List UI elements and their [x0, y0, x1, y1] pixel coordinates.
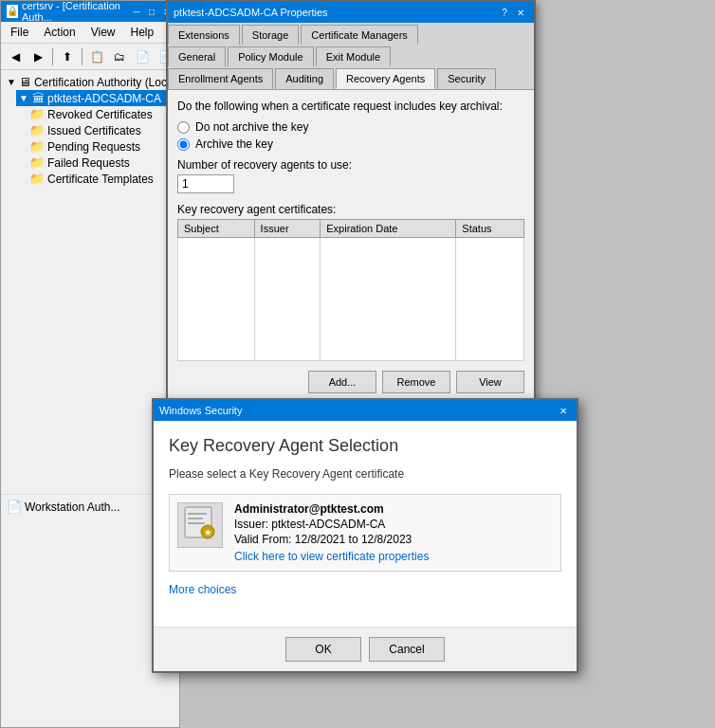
revoked-folder-icon: 📁 — [29, 107, 45, 121]
security-dialog: Windows Security ✕ Key Recovery Agent Se… — [152, 398, 578, 673]
number-input-row: Number of recovery agents to use: — [177, 158, 524, 193]
tab-general[interactable]: General — [168, 46, 226, 66]
tree-root[interactable]: ▼ 🖥 Certification Authority (Loca... — [5, 74, 175, 90]
tab-row-3: Enrollment Agents Auditing Recovery Agen… — [168, 66, 534, 89]
valid-from: 12/8/2021 — [295, 533, 345, 546]
view-button[interactable]: View — [456, 371, 524, 393]
cert-valid: Valid From: 12/8/2021 to 12/8/2023 — [234, 533, 553, 546]
tab-extensions[interactable]: Extensions — [168, 25, 240, 45]
tab-auditing[interactable]: Auditing — [275, 68, 334, 89]
sec-footer: OK Cancel — [154, 627, 577, 671]
svg-rect-2 — [188, 518, 203, 519]
table-label: Key recovery agent certificates: — [177, 203, 524, 216]
cert-entry[interactable]: ★ Administrator@ptktest.com Issuer: ptkt… — [169, 494, 561, 572]
cert-table-header-row: Subject Issuer Expiration Date Status — [178, 220, 524, 238]
up-button[interactable]: ⬆ — [57, 46, 78, 67]
cert-icon: ★ — [183, 505, 217, 545]
tab-recovery-agents[interactable]: Recovery Agents — [336, 68, 435, 89]
tab-strip: Extensions Storage Certificate Managers … — [168, 23, 534, 90]
tree-indent-1: ▼ 🏛 ptktest-ADCSADM-CA 📁 Revoked Certifi… — [5, 90, 175, 187]
radio-no-archive[interactable] — [177, 121, 190, 134]
cert-svg-icon: ★ — [183, 505, 217, 539]
col-issuer: Issuer — [254, 220, 321, 238]
sec-close-button[interactable]: ✕ — [556, 404, 571, 417]
tree-templates-label: Certificate Templates — [47, 173, 154, 186]
tab-policy-module[interactable]: Policy Module — [228, 46, 313, 66]
action-buttons: Add... Remove View — [177, 371, 524, 393]
cert-table-section: Key recovery agent certificates: Subject… — [177, 203, 524, 361]
tree-issued-label: Issued Certificates — [47, 124, 141, 137]
tab-storage[interactable]: Storage — [242, 25, 300, 45]
menu-view[interactable]: View — [87, 24, 119, 41]
sec-instruction: Please select a Key Recovery Agent certi… — [169, 467, 561, 481]
issued-folder-icon: 📁 — [29, 123, 45, 137]
tree-pending-label: Pending Requests — [47, 140, 140, 154]
radio-archive[interactable] — [177, 138, 190, 151]
failed-folder-icon: 📁 — [29, 155, 45, 170]
number-input[interactable] — [177, 174, 234, 193]
menu-action[interactable]: Action — [40, 24, 79, 41]
cert-issuer: Issuer: ptktest-ADCSADM-CA — [234, 518, 553, 531]
app-icon: 🔒 — [7, 5, 18, 18]
empty-cell-2 — [254, 238, 321, 361]
tab-row-2: General Policy Module Exit Module — [168, 45, 534, 66]
app-title-bar: 🔒 certsrv - [Certification Auth... ─ □ ✕ — [1, 1, 179, 22]
props-help-button[interactable]: ? — [497, 6, 512, 19]
props-dialog: ptktest-ADCSADM-CA Properties ? ✕ Extens… — [166, 0, 536, 405]
valid-to-connector: to — [349, 533, 361, 546]
toolbar-separator-2 — [82, 48, 82, 65]
issuer-label: Issuer: — [234, 518, 268, 531]
ca-folder-icon: 🏛 — [32, 91, 45, 105]
radio-group: Do not archive the key Archive the key — [177, 120, 524, 151]
cert-table-body — [178, 238, 524, 361]
tree-indent-2: 📁 Revoked Certificates 📁 Issued Certific… — [16, 106, 175, 187]
ca-expand-icon: ▼ — [18, 93, 29, 103]
more-choices-link[interactable]: More choices — [169, 583, 561, 596]
tab-cert-managers[interactable]: Certificate Managers — [301, 25, 418, 45]
empty-cell-4 — [456, 238, 524, 361]
tab-exit-module[interactable]: Exit Module — [316, 46, 391, 66]
tree-item-templates[interactable]: 📁 Certificate Templates — [28, 171, 175, 187]
tree-item-failed[interactable]: 📁 Failed Requests — [28, 155, 175, 171]
radio-archive-label: Archive the key — [195, 137, 273, 151]
col-subject: Subject — [178, 220, 255, 238]
minimize-button[interactable]: ─ — [130, 5, 143, 18]
tree-revoked-label: Revoked Certificates — [47, 108, 153, 121]
tree-item-pending[interactable]: 📁 Pending Requests — [28, 138, 175, 155]
props-title: ptktest-ADCSADM-CA Properties — [174, 7, 328, 18]
add-button[interactable]: Add... — [308, 371, 376, 393]
remove-button[interactable]: Remove — [382, 371, 450, 393]
root-expand-icon: ▼ — [7, 77, 16, 87]
workstation-label: Workstation Auth... — [25, 500, 120, 514]
tree-ca-node[interactable]: ▼ 🏛 ptktest-ADCSADM-CA — [16, 90, 175, 106]
toolbar-btn-3[interactable]: 📄 — [132, 46, 153, 67]
empty-cell-1 — [178, 238, 255, 361]
tree-item-issued[interactable]: 📁 Issued Certificates — [28, 122, 175, 138]
view-cert-properties-link[interactable]: Click here to view certificate propertie… — [234, 550, 553, 563]
tab-enrollment-agents[interactable]: Enrollment Agents — [168, 68, 273, 89]
toolbar-btn-1[interactable]: 📋 — [86, 46, 107, 67]
props-close-button[interactable]: ✕ — [513, 6, 528, 19]
app-title: certsrv - [Certification Auth... — [22, 0, 130, 23]
menu-help[interactable]: Help — [127, 24, 158, 41]
instruction-label: Do the following when a certificate requ… — [177, 100, 524, 113]
toolbar-btn-2[interactable]: 🗂 — [109, 46, 130, 67]
cert-table-empty-row — [178, 238, 524, 361]
back-button[interactable]: ◀ — [5, 46, 26, 67]
maximize-button[interactable]: □ — [145, 5, 158, 18]
empty-cell-3 — [321, 238, 456, 361]
tree-item-revoked[interactable]: 📁 Revoked Certificates — [28, 106, 175, 122]
cert-table: Subject Issuer Expiration Date Status — [177, 219, 524, 361]
cert-table-head: Subject Issuer Expiration Date Status — [178, 220, 524, 238]
tab-security[interactable]: Security — [437, 68, 496, 89]
number-label: Number of recovery agents to use: — [177, 158, 524, 172]
workstation-icon: 📄 — [7, 500, 22, 514]
sec-body: Key Recovery Agent Selection Please sele… — [154, 421, 577, 627]
templates-folder-icon: 📁 — [29, 172, 45, 186]
cancel-button[interactable]: Cancel — [369, 637, 445, 662]
tab-row-1: Extensions Storage Certificate Managers — [168, 23, 534, 45]
ok-button[interactable]: OK — [285, 637, 361, 662]
menu-file[interactable]: File — [7, 24, 32, 41]
forward-button[interactable]: ▶ — [28, 46, 48, 67]
toolbar: ◀ ▶ ⬆ 📋 🗂 📄 📄 — [1, 44, 179, 70]
